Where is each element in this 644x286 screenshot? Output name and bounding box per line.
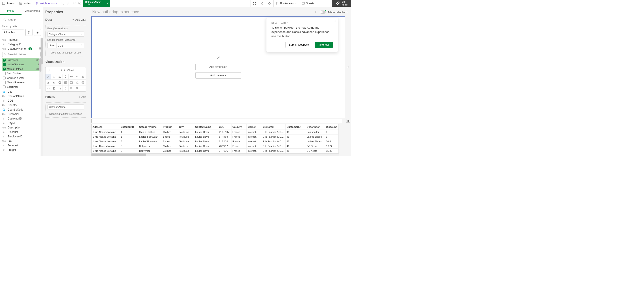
listbox-search-input[interactable]	[2, 52, 40, 57]
add-data-button[interactable]: ＋	[34, 29, 41, 36]
redo-button[interactable]	[266, 0, 274, 7]
drag-handle-icon[interactable]: ⠿	[81, 33, 82, 35]
scrollbar-thumb[interactable]	[92, 154, 146, 156]
field-item[interactable]: #EmployeeID	[0, 134, 43, 139]
viz-type-more[interactable]: ...	[80, 85, 86, 91]
listbox-row[interactable]: Men´s Footwear 0	[2, 80, 42, 85]
column-header[interactable]: Customer	[262, 124, 286, 130]
take-tour-button[interactable]: Take tour	[314, 42, 333, 48]
column-header[interactable]: Product	[162, 124, 178, 130]
field-item[interactable]: #CustomerID	[0, 116, 43, 121]
selection-pill[interactable]: CategoryName 3 of 8 ✕	[83, 0, 110, 7]
field-item[interactable]: #Forecast	[0, 143, 43, 148]
advanced-toggle[interactable]	[320, 10, 326, 14]
dimension-chip[interactable]: CategoryName › ⠿	[47, 31, 84, 37]
selections-back-icon[interactable]	[66, 1, 70, 5]
add-data-link[interactable]: ＋Add data	[72, 18, 86, 21]
field-item[interactable]: #Discount	[0, 130, 43, 134]
column-header[interactable]: CategoryID	[120, 124, 138, 130]
field-item[interactable]: 🌐City	[0, 89, 43, 94]
viz-type-distr[interactable]	[68, 85, 74, 91]
checkbox[interactable]: ✓	[3, 68, 6, 70]
field-item[interactable]: AbcFax	[0, 139, 43, 143]
add-measure-button[interactable]: Add measure	[196, 72, 241, 78]
field-item[interactable]: AbcCustomer	[0, 112, 43, 116]
viz-type-table[interactable]	[63, 80, 68, 85]
viz-type-bullet[interactable]	[68, 74, 74, 80]
table-dropdown[interactable]: All tables	[2, 29, 24, 35]
viz-type-kpi[interactable]: #1	[74, 80, 80, 85]
viz-type-area[interactable]	[80, 74, 86, 80]
listbox-row[interactable]: Children´s wear 0	[2, 76, 42, 80]
column-header[interactable]: City	[178, 124, 194, 130]
aggregation-select[interactable]: Sum	[47, 43, 56, 48]
column-header[interactable]: Address↑	[92, 124, 120, 130]
viz-type-bar-v[interactable]	[51, 74, 57, 80]
column-header[interactable]: CategoryName	[138, 124, 162, 130]
viz-type-gauge[interactable]	[63, 74, 68, 80]
horizontal-scrollbar[interactable]	[92, 154, 339, 156]
viz-type-filter[interactable]	[74, 85, 80, 91]
sheet-title[interactable]: New authoring experience	[92, 10, 139, 14]
tab-master-items[interactable]: Master items	[22, 7, 43, 15]
listbox-row[interactable]: Sportwear 0	[2, 85, 42, 89]
listbox-row[interactable]: ✓ Men´s Clothes 311	[2, 67, 42, 71]
assets-button[interactable]: Assets	[0, 0, 17, 7]
next-sheet-button[interactable]: ›	[326, 0, 332, 7]
viz-type-pivot[interactable]	[68, 80, 74, 85]
checkbox[interactable]: ✓	[3, 63, 6, 66]
bookmarks-button[interactable]: Bookmarks	[274, 0, 299, 7]
table-row[interactable]: 1 rue Alsace-Lorraine5Ladies´FootwearSho…	[92, 139, 338, 144]
field-item[interactable]: #COS	[0, 98, 43, 103]
viz-type-bar-h[interactable]	[57, 74, 63, 80]
column-header[interactable]: ContactName	[194, 124, 218, 130]
table-view-toggle[interactable]: ▦	[346, 119, 350, 123]
field-item[interactable]: #DayNr	[0, 121, 43, 125]
close-popover-button[interactable]: ✕	[333, 19, 336, 23]
field-item[interactable]: AbcDescription	[0, 125, 43, 130]
fields-search-input[interactable]	[2, 17, 41, 23]
viz-type-waterfall[interactable]	[57, 85, 63, 91]
listbox-row[interactable]: Bath Clothes 0	[2, 71, 42, 76]
viz-type-scatter[interactable]	[46, 85, 51, 91]
column-header[interactable]: Description	[306, 124, 325, 130]
checkbox[interactable]	[3, 81, 6, 84]
data-dropzone[interactable]: Bars (Dimensions) CategoryName › ⠿ Lengt…	[45, 25, 86, 56]
viz-type-pie[interactable]	[51, 80, 57, 85]
insight-advisor-button[interactable]: Insight Advisor	[33, 0, 60, 7]
checkbox[interactable]	[3, 76, 6, 79]
add-column-button[interactable]: ＋	[346, 65, 350, 70]
filter-chip[interactable]: CategoryName ›	[47, 104, 84, 109]
viz-type-box[interactable]	[63, 85, 68, 91]
filters-dropzone[interactable]: CategoryName › Drop field to filter visu…	[45, 102, 86, 118]
viz-auto-row[interactable]: Auto Chart ⌃	[46, 67, 86, 74]
column-header[interactable]: COS	[218, 124, 232, 130]
checkbox[interactable]	[3, 85, 6, 88]
grid-button[interactable]	[250, 0, 258, 7]
column-header[interactable]: Country	[232, 124, 247, 130]
checkbox[interactable]: ✓	[3, 59, 6, 61]
column-header[interactable]: Market	[247, 124, 262, 130]
listbox-row[interactable]: ✓ Babywear 322	[2, 58, 42, 62]
clear-selection-icon[interactable]: ✕	[106, 2, 109, 5]
scrollbar-thumb[interactable]	[39, 58, 42, 72]
field-item[interactable]: AbcCountry	[0, 103, 43, 107]
column-header[interactable]: Discount	[325, 124, 338, 130]
table-row[interactable]: 1 rue Alsace-Lorraine5Ladies´FootwearSho…	[92, 134, 338, 139]
viz-type-treemap[interactable]	[51, 85, 57, 91]
add-object-button[interactable]: ＋	[314, 10, 318, 14]
checkbox[interactable]	[3, 72, 6, 75]
field-item[interactable]: #CategoryID	[0, 42, 43, 46]
listbox-row[interactable]: ✓ Ladies´Footwear 199	[2, 62, 42, 67]
viz-type-combo[interactable]	[46, 80, 51, 85]
viz-type-wand[interactable]	[46, 74, 51, 80]
field-item[interactable]: #Freight	[0, 148, 43, 152]
add-filter-link[interactable]: ＋Add	[78, 95, 86, 99]
table-row[interactable]: 1 rue Alsace-Lorraine8BabywearClothesTou…	[92, 144, 338, 149]
measure-chip[interactable]: Sum COS › ⠿	[47, 43, 84, 48]
viz-type-map[interactable]	[80, 80, 86, 85]
add-row-button[interactable]: ＋	[92, 119, 342, 123]
refresh-button[interactable]	[25, 29, 32, 36]
table-row[interactable]: 1 rue Alsace-Lorraine8BabywearClothesTou…	[92, 149, 338, 153]
field-item[interactable]: AbcContactName	[0, 94, 43, 98]
